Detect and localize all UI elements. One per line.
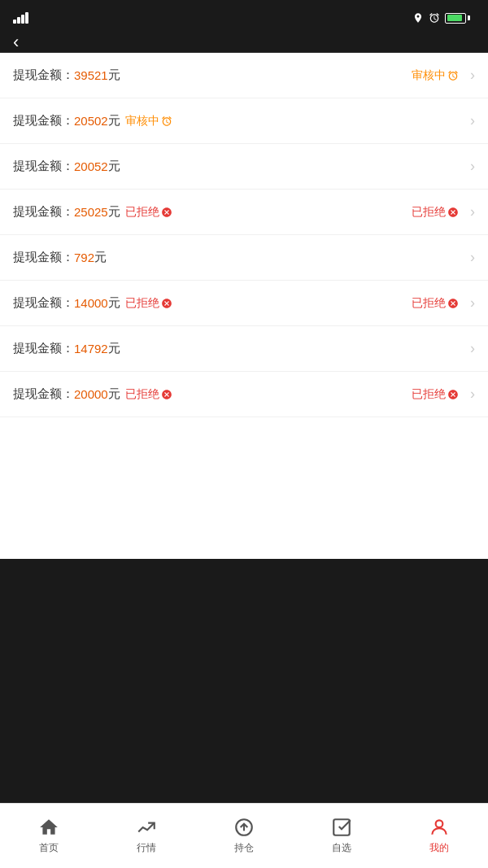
record-left: 提现金额：14000元已拒绝 <box>13 295 412 311</box>
svg-rect-2 <box>333 819 350 835</box>
record-item[interactable]: 提现金额：20052元 › <box>0 144 488 190</box>
position-nav-icon <box>233 817 255 838</box>
record-amount: 14792 <box>74 342 108 355</box>
location-icon <box>412 12 424 24</box>
record-right: 审核中› <box>412 67 475 84</box>
chevron-icon: › <box>470 249 475 266</box>
record-label: 提现金额： <box>13 204 74 220</box>
chevron-icon: › <box>470 203 475 220</box>
record-label: 提现金额： <box>13 386 74 402</box>
market-nav-label: 行情 <box>137 841 156 855</box>
status-right <box>412 12 475 24</box>
chevron-icon: › <box>470 294 475 312</box>
right-status-badge: 审核中 <box>412 68 459 83</box>
record-amount: 792 <box>74 251 94 264</box>
record-amount: 14000 <box>74 296 108 310</box>
record-left: 提现金额：39521元 <box>13 68 412 83</box>
nav-item-watchlist[interactable]: 自选 <box>293 804 390 868</box>
record-label: 提现金额： <box>13 250 74 265</box>
record-left: 提现金额：14792元 <box>13 341 464 356</box>
record-unit: 元 <box>94 250 107 265</box>
record-unit: 元 <box>108 204 120 220</box>
nav-item-position[interactable]: 持仓 <box>195 804 293 868</box>
record-label: 提现金额： <box>13 113 74 129</box>
dark-background <box>0 559 488 803</box>
record-right: 已拒绝› <box>412 203 475 220</box>
record-left: 提现金额：20052元 <box>13 159 464 174</box>
nav-item-mine[interactable]: 我的 <box>390 804 488 868</box>
nav-item-home[interactable]: 首页 <box>0 804 98 868</box>
record-right: › <box>464 340 475 357</box>
mine-nav-label: 我的 <box>429 841 449 855</box>
record-item[interactable]: 提现金额：14792元 › <box>0 326 488 372</box>
nav-item-market[interactable]: 行情 <box>98 804 195 868</box>
record-item[interactable]: 提现金额：14000元已拒绝 已拒绝› <box>0 281 488 326</box>
chevron-icon: › <box>470 112 475 129</box>
record-label: 提现金额： <box>13 295 74 311</box>
record-unit: 元 <box>108 68 120 83</box>
record-left: 提现金额：20502元审核中 <box>13 113 464 129</box>
inline-status-badge: 已拒绝 <box>125 205 172 220</box>
record-amount: 20502 <box>74 114 108 128</box>
chevron-icon: › <box>470 340 475 357</box>
status-left <box>13 12 35 24</box>
record-right: › <box>464 158 475 175</box>
market-nav-icon <box>136 817 157 838</box>
record-right: › <box>464 249 475 266</box>
record-unit: 元 <box>108 341 120 356</box>
inline-status-badge: 已拒绝 <box>125 296 172 311</box>
record-label: 提现金额： <box>13 159 74 174</box>
record-item[interactable]: 提现金额：20502元审核中 › <box>0 98 488 144</box>
record-unit: 元 <box>108 159 120 174</box>
record-unit: 元 <box>108 295 120 311</box>
record-amount: 39521 <box>74 68 108 82</box>
record-item[interactable]: 提现金额：39521元 审核中› <box>0 53 488 98</box>
chevron-icon: › <box>470 67 475 84</box>
right-status-badge: 已拒绝 <box>412 387 459 402</box>
inline-status-badge: 审核中 <box>125 114 172 129</box>
record-right: 已拒绝› <box>412 386 475 403</box>
status-bar <box>0 0 488 33</box>
right-status-badge: 已拒绝 <box>412 205 459 220</box>
svg-point-3 <box>436 820 443 827</box>
record-unit: 元 <box>108 113 120 129</box>
alarm-icon <box>429 12 440 24</box>
mine-nav-icon <box>429 817 450 838</box>
record-amount: 20052 <box>74 159 108 173</box>
record-item[interactable]: 提现金额：792元 › <box>0 235 488 281</box>
chevron-icon: › <box>470 386 475 403</box>
record-amount: 25025 <box>74 205 108 219</box>
record-item[interactable]: 提现金额：25025元已拒绝 已拒绝› <box>0 190 488 235</box>
header: ‹ <box>0 33 488 53</box>
chevron-icon: › <box>470 158 475 175</box>
position-nav-label: 持仓 <box>234 841 254 855</box>
watchlist-nav-label: 自选 <box>332 841 351 855</box>
record-left: 提现金额：792元 <box>13 250 464 265</box>
inline-status-badge: 已拒绝 <box>125 387 172 402</box>
record-item[interactable]: 提现金额：20000元已拒绝 已拒绝› <box>0 372 488 417</box>
record-right: › <box>464 112 475 129</box>
home-nav-label: 首页 <box>39 841 59 855</box>
back-button[interactable]: ‹ <box>13 32 19 53</box>
records-list: 提现金额：39521元 审核中› 提现金额：20502元审核中 › 提现金额：2… <box>0 53 488 559</box>
record-left: 提现金额：25025元已拒绝 <box>13 204 412 220</box>
record-amount: 20000 <box>74 387 108 401</box>
right-status-badge: 已拒绝 <box>412 296 459 311</box>
record-label: 提现金额： <box>13 68 74 83</box>
record-left: 提现金额：20000元已拒绝 <box>13 386 412 402</box>
battery-indicator <box>445 13 470 24</box>
record-unit: 元 <box>108 386 120 402</box>
home-nav-icon <box>38 817 59 838</box>
bottom-nav: 首页 行情 持仓 自选 我的 <box>0 803 488 868</box>
record-label: 提现金额： <box>13 341 74 356</box>
signal-icon <box>13 12 28 24</box>
record-right: 已拒绝› <box>412 294 475 312</box>
watchlist-nav-icon <box>331 817 352 838</box>
